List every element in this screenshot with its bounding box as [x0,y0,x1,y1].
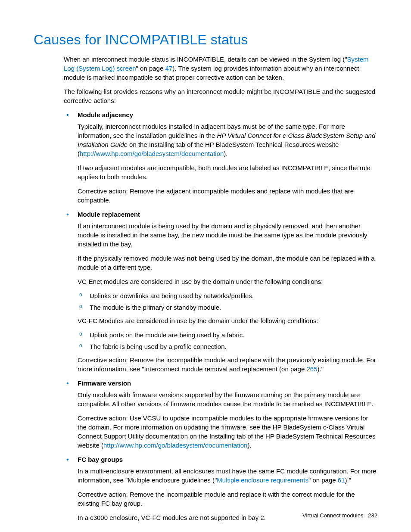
list-item-module-replacement: Module replacement If an interconnect mo… [64,210,377,373]
list-item-firmware-version: Firmware version Only modules with firmw… [64,379,377,450]
paragraph: If two adjacent modules are incompatible… [78,163,377,181]
sub-list: Uplinks or downlinks are being used by n… [78,291,377,312]
corrective-action: Corrective action: Remove the incompatib… [78,490,377,508]
text: )." [317,365,324,373]
text: Corrective action: Remove the incompatib… [78,356,376,373]
paragraph: VC-Enet modules are considered in use by… [78,277,377,286]
corrective-action: Corrective action: Remove the incompatib… [78,355,377,373]
hp-documentation-link[interactable]: http://www.hp.com/go/bladesystem/documen… [80,150,224,157]
sub-list-item: Uplink ports on the module are being use… [78,330,377,339]
footer-page-number: 232 [368,512,377,519]
bold-text: not [187,255,196,262]
text: " on page [136,65,165,72]
corrective-action: Corrective action: Remove the adjacent i… [78,187,377,205]
page-footer: Virtual Connect modules 232 [302,512,377,520]
page-ref-link[interactable]: 61 [338,476,345,484]
text: If the physically removed module was [78,255,187,262]
text: " on page [308,476,338,484]
body-content: When an interconnect module status is IN… [64,55,377,522]
paragraph: If the physically removed module was not… [78,254,377,272]
footer-section: Virtual Connect modules [302,512,363,519]
sub-list-item: The module is the primary or standby mod… [78,303,377,312]
paragraph: In a multi-enclosure environment, all en… [78,467,377,485]
intro-paragraph-1: When an interconnect module status is IN… [64,55,377,82]
text: ). [247,442,251,449]
causes-list: Module adjacency Typically, interconnect… [64,110,377,522]
hp-documentation-link[interactable]: http://www.hp.com/go/bladesystem/documen… [103,442,247,449]
corrective-action: Corrective action: Use VCSU to update in… [78,414,377,450]
paragraph: Typically, interconnect modules installe… [78,122,377,158]
item-title: FC bay groups [78,455,377,464]
text: )." [345,476,352,484]
sub-list-item: Uplinks or downlinks are being used by n… [78,291,377,300]
document-page: Causes for INCOMPATIBLE status When an i… [0,0,411,532]
text: When an interconnect module status is IN… [64,56,347,63]
sub-list: Uplink ports on the module are being use… [78,330,377,351]
multiple-enclosure-link[interactable]: Multiple enclosure requirements [217,476,308,484]
page-heading: Causes for INCOMPATIBLE status [34,30,377,50]
sub-list-item: The fabric is being used by a profile co… [78,342,377,351]
intro-paragraph-2: The following list provides reasons why … [64,87,377,105]
paragraph: Only modules with firmware versions supp… [78,390,377,408]
item-title: Module adjacency [78,110,377,119]
paragraph: If an interconnect module is being used … [78,221,377,249]
paragraph: VC-FC Modules are considered in use by t… [78,316,377,325]
page-ref-link[interactable]: 265 [306,365,317,373]
item-title: Firmware version [78,379,377,388]
item-title: Module replacement [78,210,377,219]
list-item-module-adjacency: Module adjacency Typically, interconnect… [64,110,377,205]
page-ref-link[interactable]: 47 [165,65,172,72]
text: ). [224,150,227,157]
